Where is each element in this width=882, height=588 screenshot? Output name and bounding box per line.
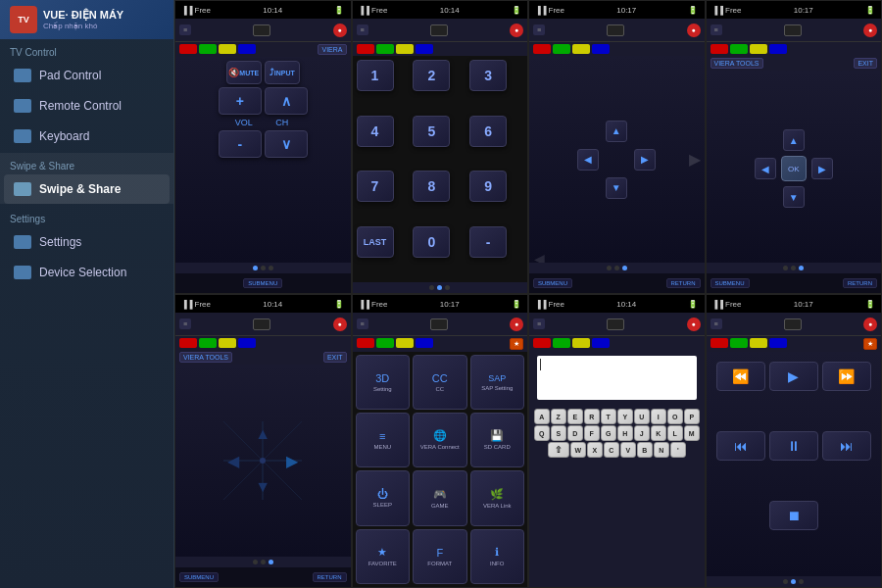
green-btn[interactable] [199,44,217,54]
num-4[interactable]: 4 [357,116,394,147]
blue-btn[interactable] [238,44,256,54]
key-apostrophe[interactable]: ' [670,442,686,458]
menu-btn-3[interactable]: ≡ [533,24,545,35]
yellow-btn-6[interactable] [396,338,414,348]
key-s[interactable]: S [551,425,566,441]
menu-btn-7[interactable]: ≡ [533,318,545,329]
sidebar-item-pad-control[interactable]: Pad Control [4,61,170,90]
blue-btn-2[interactable] [416,44,433,54]
green-btn-2[interactable] [376,44,394,54]
yellow-btn-4[interactable] [750,44,767,54]
settings-menu-btn[interactable]: ≡ MENU [356,413,411,468]
text-input[interactable] [537,356,697,400]
viera-tools-btn-5[interactable]: VIERA TOOLS [179,352,232,363]
return-btn-4[interactable]: RETURN [843,278,877,288]
key-d[interactable]: D [567,425,583,441]
yellow-btn-3[interactable] [572,44,590,54]
settings-sdcard-btn[interactable]: 💾 SD CARD [470,413,525,468]
key-q[interactable]: Q [534,425,550,441]
key-f[interactable]: F [584,425,600,441]
nav-left-4[interactable]: ◀ [755,158,776,179]
ch-up-btn[interactable]: ∧ [265,87,308,115]
key-c[interactable]: C [604,442,619,458]
menu-btn-5[interactable]: ≡ [179,318,191,329]
settings-sleep-btn[interactable]: ⏻ SLEEP [356,470,411,526]
key-t[interactable]: T [601,409,616,424]
red-btn-3[interactable] [533,44,551,54]
yellow-btn-5[interactable] [219,338,236,348]
blue-btn-3[interactable] [592,44,610,54]
yellow-btn-2[interactable] [396,44,414,54]
yellow-btn-7[interactable] [572,338,590,348]
rewind-btn[interactable]: ⏪ [716,362,765,391]
key-a[interactable]: A [534,409,550,424]
nav-down-4[interactable]: ▼ [783,186,805,208]
green-btn-5[interactable] [199,338,217,348]
fast-forward-btn[interactable]: ⏩ [822,362,871,391]
record-btn-7[interactable]: ● [687,318,701,331]
key-b[interactable]: B [637,442,653,458]
key-l[interactable]: L [667,425,683,441]
viera-tools-btn-4[interactable]: VIERA TOOLS [710,58,763,69]
ch-down-btn[interactable]: ∨ [265,130,308,158]
num-0[interactable]: 0 [413,226,450,258]
nav-right-3[interactable]: ▶ [634,149,656,171]
record-btn-8[interactable]: ● [863,318,877,331]
sidebar-item-swipe-share[interactable]: Swipe & Share [4,174,170,204]
red-btn-6[interactable] [357,338,374,348]
key-k[interactable]: K [651,425,666,441]
num-6[interactable]: 6 [469,116,507,147]
settings-favorite-btn[interactable]: ★ FAVORITE [356,529,411,585]
num-1[interactable]: 1 [357,60,394,91]
return-btn-3[interactable]: RETURN [666,278,701,288]
red-btn-4[interactable] [710,44,728,54]
blue-btn-5[interactable] [238,338,256,348]
key-m[interactable]: M [684,425,700,441]
key-y[interactable]: Y [617,409,633,424]
diamond-right[interactable]: ▶ [286,452,298,470]
key-z[interactable]: Z [551,409,566,424]
num-3[interactable]: 3 [469,60,507,91]
menu-btn-4[interactable]: ≡ [710,24,722,35]
vera-tools-btn[interactable]: VIERA [318,44,346,55]
exit-btn-5[interactable]: EXIT [323,352,347,363]
key-h[interactable]: H [617,425,633,441]
key-x[interactable]: X [587,442,603,458]
blue-btn-8[interactable] [769,338,787,348]
menu-btn-6[interactable]: ≡ [357,318,368,329]
blue-btn-4[interactable] [769,44,787,54]
record-btn-5[interactable]: ● [333,318,347,331]
submenu-btn-5[interactable]: SUBMENU [179,572,219,582]
settings-vera-connect-btn[interactable]: 🌐 VERA Connect [413,413,467,468]
sidebar-item-keyboard[interactable]: Keyboard [4,122,170,151]
green-btn-8[interactable] [730,338,748,348]
num-dash[interactable]: - [469,226,507,258]
sidebar-item-device-selection[interactable]: Device Selection [4,258,170,287]
pause-btn[interactable]: ⏸ [769,431,818,461]
prev-btn[interactable]: ⏮ [716,431,765,461]
return-btn-5[interactable]: RETURN [313,572,347,582]
blue-btn-6[interactable] [416,338,433,348]
record-btn[interactable]: ● [333,24,347,37]
green-btn-6[interactable] [376,338,394,348]
yellow-btn[interactable] [219,44,236,54]
mute-btn[interactable]: 🔇MUTE [226,61,262,84]
key-v[interactable]: V [620,442,636,458]
exit-btn-4[interactable]: EXIT [854,58,877,69]
num-2[interactable]: 2 [413,60,450,91]
green-btn-4[interactable] [730,44,748,54]
record-btn-2[interactable]: ● [510,24,523,37]
play-btn[interactable]: ▶ [769,362,818,391]
nav-up-4[interactable]: ▲ [783,129,805,151]
next-btn[interactable]: ⏭ [822,431,871,461]
key-g[interactable]: G [601,425,616,441]
stop-btn[interactable]: ⏹ [769,501,818,530]
menu-btn-2[interactable]: ≡ [357,24,368,35]
diamond-left[interactable]: ◀ [227,452,239,470]
vol-plus-btn[interactable]: + [219,87,262,115]
key-n[interactable]: N [654,442,669,458]
star-btn[interactable]: ★ [510,338,523,350]
blue-btn-7[interactable] [592,338,610,348]
diamond-down[interactable]: ▼ [255,478,270,496]
key-shift[interactable]: ⇧ [548,442,569,458]
